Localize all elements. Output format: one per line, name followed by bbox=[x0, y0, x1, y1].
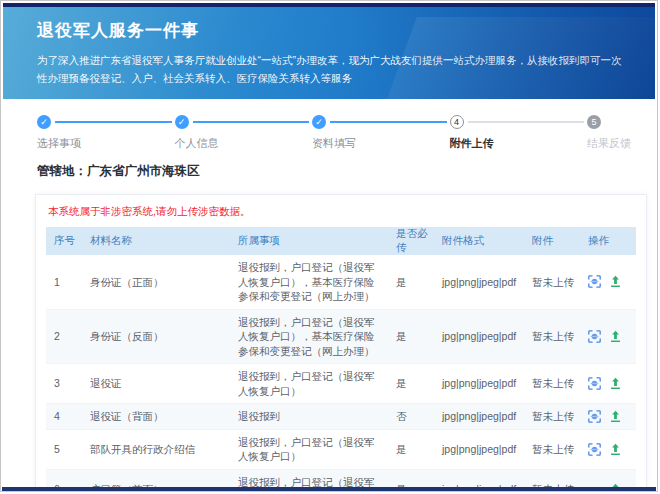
scan-upload-icon[interactable] bbox=[588, 443, 601, 456]
col-header-matter: 所属事项 bbox=[230, 227, 388, 255]
scan-upload-icon[interactable] bbox=[588, 377, 601, 390]
cell-format: jpg|png|jpeg|pdf bbox=[434, 364, 524, 404]
step-label: 个人信息 bbox=[175, 136, 313, 151]
cell-format: jpg|png|jpeg|pdf bbox=[434, 429, 524, 469]
cell-material-name: 退役证 bbox=[82, 364, 230, 404]
scan-upload-icon[interactable] bbox=[588, 330, 601, 343]
col-header-operation: 操作 bbox=[580, 227, 636, 255]
check-icon: ✓ bbox=[175, 115, 189, 129]
cell-attachment-status: 暂未上传 bbox=[524, 429, 580, 469]
step-select-matter[interactable]: ✓ 选择事项 bbox=[37, 115, 175, 151]
step-label: 资料填写 bbox=[312, 136, 450, 151]
cell-material-name: 退役证（背面） bbox=[82, 404, 230, 430]
upload-icon[interactable] bbox=[609, 377, 622, 390]
cell-index: 3 bbox=[46, 364, 82, 404]
step-label: 选择事项 bbox=[37, 136, 175, 151]
check-icon: ✓ bbox=[312, 115, 326, 129]
row-actions bbox=[588, 410, 632, 423]
cell-attachment-status: 暂未上传 bbox=[524, 364, 580, 404]
materials-card: 本系统属于非涉密系统,请勿上传涉密数据。 序号 材料名称 所属事项 是否必传 附… bbox=[35, 194, 647, 492]
cell-required: 是 bbox=[388, 429, 434, 469]
page-title: 退役军人服务一件事 bbox=[37, 19, 655, 42]
col-header-index: 序号 bbox=[46, 227, 82, 255]
scan-upload-icon[interactable] bbox=[588, 410, 601, 423]
col-header-format: 附件格式 bbox=[434, 227, 524, 255]
step-upload-attachments[interactable]: 4 附件上传 bbox=[450, 115, 588, 151]
step-number-badge: 5 bbox=[587, 115, 601, 129]
bottom-footer-edge bbox=[2, 487, 656, 491]
cell-matter: 退役报到，户口登记（退役军人恢复户口） bbox=[230, 429, 388, 469]
cell-attachment-status: 暂未上传 bbox=[524, 309, 580, 364]
cell-material-name: 身份证（正面） bbox=[82, 255, 230, 309]
col-header-material: 材料名称 bbox=[82, 227, 230, 255]
cell-format: jpg|png|jpeg|pdf bbox=[434, 255, 524, 309]
cell-matter: 退役报到 bbox=[230, 404, 388, 430]
cell-required: 是 bbox=[388, 364, 434, 404]
check-icon: ✓ bbox=[37, 115, 51, 129]
cell-format: jpg|png|jpeg|pdf bbox=[434, 404, 524, 430]
material-row: 1 身份证（正面） 退役报到，户口登记（退役军人恢复户口），基本医疗保险参保和变… bbox=[46, 255, 636, 309]
upload-icon[interactable] bbox=[609, 410, 622, 423]
cell-attachment-status: 暂未上传 bbox=[524, 255, 580, 309]
row-actions bbox=[588, 275, 632, 288]
cell-matter: 退役报到，户口登记（退役军人恢复户口），基本医疗保险参保和变更登记（网上办理） bbox=[230, 309, 388, 364]
cell-index: 4 bbox=[46, 404, 82, 430]
materials-table-body: 1 身份证（正面） 退役报到，户口登记（退役军人恢复户口），基本医疗保险参保和变… bbox=[46, 255, 636, 492]
row-actions bbox=[588, 443, 632, 456]
step-label: 附件上传 bbox=[450, 136, 588, 151]
cell-matter: 退役报到，户口登记（退役军人恢复户口），基本医疗保险参保和变更登记（网上办理） bbox=[230, 255, 388, 309]
cell-format: jpg|png|jpeg|pdf bbox=[434, 309, 524, 364]
cell-material-name: 部队开具的行政介绍信 bbox=[82, 429, 230, 469]
step-number-badge: 4 bbox=[450, 115, 464, 129]
jurisdiction-value: 广东省广州市海珠区 bbox=[87, 164, 200, 178]
scan-upload-icon[interactable] bbox=[588, 275, 601, 288]
step-result-feedback[interactable]: 5 结果反馈 bbox=[587, 115, 631, 151]
banner-body: 退役军人服务一件事 为了深入推进广东省退役军人事务厅就业创业处“一站式”办理改革… bbox=[3, 7, 655, 99]
table-header-row: 序号 材料名称 所属事项 是否必传 附件格式 附件 操作 bbox=[46, 227, 636, 255]
upload-icon[interactable] bbox=[609, 275, 622, 288]
cell-material-name: 身份证（反面） bbox=[82, 309, 230, 364]
cell-attachment-status: 暂未上传 bbox=[524, 404, 580, 430]
cell-required: 是 bbox=[388, 309, 434, 364]
progress-steps: ✓ 选择事项 ✓ 个人信息 ✓ 资料填写 4 附件上传 5 结果反馈 bbox=[37, 115, 631, 151]
col-header-required: 是否必传 bbox=[388, 227, 434, 255]
material-row: 3 退役证 退役报到，户口登记（退役军人恢复户口） 是 jpg|png|jpeg… bbox=[46, 364, 636, 404]
veterans-service-page: 退役军人服务一件事 为了深入推进广东省退役军人事务厅就业创业处“一站式”办理改革… bbox=[0, 0, 658, 492]
step-fill-data[interactable]: ✓ 资料填写 bbox=[312, 115, 450, 151]
step-label: 结果反馈 bbox=[587, 136, 631, 151]
step-personal-info[interactable]: ✓ 个人信息 bbox=[175, 115, 313, 151]
page-banner: 退役军人服务一件事 为了深入推进广东省退役军人事务厅就业创业处“一站式”办理改革… bbox=[3, 3, 655, 99]
cell-index: 5 bbox=[46, 429, 82, 469]
upload-icon[interactable] bbox=[609, 443, 622, 456]
page-description: 为了深入推进广东省退役军人事务厅就业创业处“一站式”办理改革，现为广大战友们提供… bbox=[37, 51, 625, 87]
material-row: 5 部队开具的行政介绍信 退役报到，户口登记（退役军人恢复户口） 是 jpg|p… bbox=[46, 429, 636, 469]
cell-matter: 退役报到，户口登记（退役军人恢复户口） bbox=[230, 364, 388, 404]
upload-icon[interactable] bbox=[609, 330, 622, 343]
cell-index: 2 bbox=[46, 309, 82, 364]
jurisdiction-label: 管辖地： bbox=[37, 164, 87, 178]
material-row: 2 身份证（反面） 退役报到，户口登记（退役军人恢复户口），基本医疗保险参保和变… bbox=[46, 309, 636, 364]
cell-required: 是 bbox=[388, 255, 434, 309]
materials-table: 序号 材料名称 所属事项 是否必传 附件格式 附件 操作 1 身份证（正面） 退… bbox=[46, 227, 636, 492]
cell-index: 1 bbox=[46, 255, 82, 309]
row-actions bbox=[588, 377, 632, 390]
row-actions bbox=[588, 330, 632, 343]
security-notice: 本系统属于非涉密系统,请勿上传涉密数据。 bbox=[48, 205, 636, 219]
col-header-attachment: 附件 bbox=[524, 227, 580, 255]
material-row: 4 退役证（背面） 退役报到 否 jpg|png|jpeg|pdf 暂未上传 bbox=[46, 404, 636, 430]
jurisdiction-line: 管辖地：广东省广州市海珠区 bbox=[37, 163, 621, 180]
cell-required: 否 bbox=[388, 404, 434, 430]
